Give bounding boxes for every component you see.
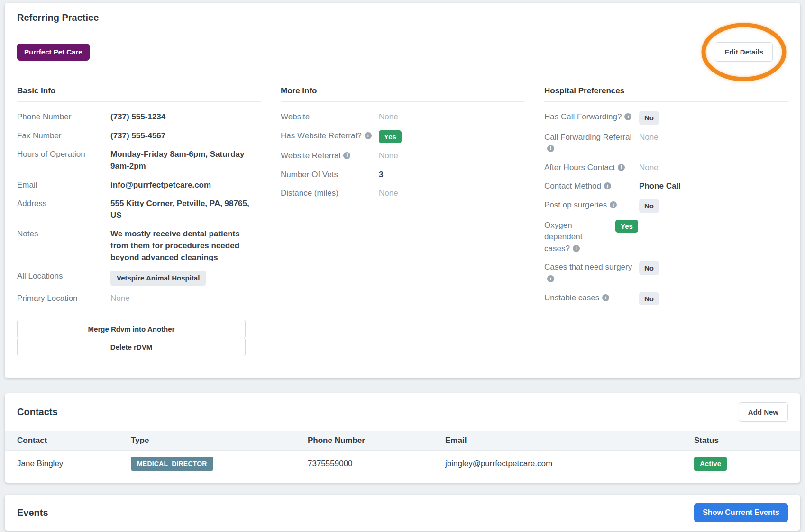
contact-phone-cell: 7375559000: [308, 459, 445, 469]
field-label: Number Of Vets: [281, 169, 379, 181]
column-header-status: Status: [694, 436, 800, 445]
field-value: Phone Call: [639, 180, 681, 192]
contact-type-badge: MEDICAL_DIRECTOR: [131, 457, 213, 471]
field-value: Monday-Friday 8am-6pm, Saturday 9am-2pm: [110, 149, 258, 172]
field-label: Has Call Forwarding?: [544, 112, 622, 121]
edit-details-button[interactable]: Edit Details: [715, 42, 773, 62]
field-label: Notes: [17, 228, 110, 240]
field-value: info@purrfectpetcare.com: [110, 180, 211, 191]
page: Referring Practice Purrfect Pet Care Edi…: [0, 0, 805, 532]
field-label: Contact Method: [544, 181, 601, 190]
info-icon[interactable]: [365, 132, 372, 139]
practice-name-badge: Purrfect Pet Care: [17, 44, 90, 61]
field-label: Call Forwarding Referral: [544, 133, 631, 142]
info-icon[interactable]: [343, 152, 350, 159]
yes-badge: Yes: [615, 220, 638, 233]
field-label: Phone Number: [17, 111, 110, 123]
column-header-contact: Contact: [5, 436, 131, 445]
field-value: None: [110, 293, 130, 305]
info-icon[interactable]: [602, 294, 609, 301]
field-phone-number: Phone Number (737) 555-1234: [17, 111, 261, 123]
field-label: Cases that need surgery: [544, 262, 632, 271]
field-value: None: [379, 188, 398, 199]
field-address: Address 555 Kitty Corner, Petville, PA, …: [17, 198, 261, 221]
events-header: Events Show Current Events: [5, 495, 800, 531]
field-contact-method: Contact Method Phone Call: [544, 180, 788, 192]
field-number-of-vets: Number Of Vets 3: [281, 169, 524, 181]
no-badge: No: [639, 111, 659, 125]
info-icon[interactable]: [624, 113, 631, 120]
field-call-forwarding-referral: Call Forwarding Referral None: [544, 132, 788, 155]
info-icon[interactable]: [573, 245, 580, 252]
field-label: Website: [281, 111, 379, 123]
show-current-events-button[interactable]: Show Current Events: [694, 503, 788, 522]
field-website: Website None: [281, 111, 524, 123]
field-has-website-referral: Has Website Referral? Yes: [281, 130, 524, 144]
field-label: After Hours Contact: [544, 163, 615, 172]
contact-status-badge: Active: [694, 457, 727, 471]
basic-info-heading: Basic Info: [17, 86, 261, 102]
field-website-referral: Website Referral None: [281, 150, 524, 162]
yes-badge: Yes: [379, 130, 402, 144]
field-label: Distance (miles): [281, 188, 379, 199]
field-label: Email: [17, 180, 110, 191]
field-primary-location: Primary Location None: [17, 293, 261, 305]
field-label: Address: [17, 198, 110, 210]
field-value: (737) 555-4567: [110, 130, 165, 142]
field-value: 3: [379, 169, 383, 181]
contacts-table-header: Contact Type Phone Number Email Status: [5, 431, 800, 451]
add-new-contact-button[interactable]: Add New: [739, 402, 788, 422]
more-info-heading: More Info: [281, 86, 524, 102]
field-label: Has Website Referral?: [281, 131, 362, 140]
column-header-phone: Phone Number: [308, 436, 445, 445]
field-value: We mostly receive dental patients from t…: [110, 228, 258, 263]
basic-info-section: Basic Info Phone Number (737) 555-1234 F…: [17, 86, 261, 356]
contacts-title: Contacts: [17, 406, 58, 417]
field-hours-of-operation: Hours of Operation Monday-Friday 8am-6pm…: [17, 149, 261, 172]
referring-practice-header: Referring Practice: [5, 3, 800, 32]
info-icon[interactable]: [618, 164, 625, 171]
events-card: Events Show Current Events: [5, 495, 800, 531]
no-badge: No: [639, 199, 659, 213]
field-label: Hours of Operation: [17, 149, 110, 161]
info-icon[interactable]: [547, 145, 554, 152]
field-value: (737) 555-1234: [110, 111, 165, 123]
field-fax-number: Fax Number (737) 555-4567: [17, 130, 261, 142]
delete-rdvm-button[interactable]: Delete rDVM: [17, 338, 246, 356]
field-post-op-surgeries: Post op surgeries No: [544, 199, 788, 213]
location-pill: Vetspire Animal Hospital: [110, 271, 206, 286]
contact-email-cell: jbingley@purrfectpetcare.com: [445, 459, 694, 469]
more-info-section: More Info Website None Has Website Refer…: [281, 86, 524, 356]
field-value: None: [379, 111, 398, 123]
field-after-hours-contact: After Hours Contact None: [544, 162, 788, 174]
practice-badge-row: Purrfect Pet Care Edit Details: [5, 32, 800, 72]
field-value: None: [639, 132, 659, 144]
field-has-call-forwarding: Has Call Forwarding? No: [544, 111, 788, 125]
hospital-preferences-section: Hospital Preferences Has Call Forwarding…: [544, 86, 788, 356]
field-label: Post op surgeries: [544, 200, 607, 209]
column-header-email: Email: [445, 436, 694, 445]
column-header-type: Type: [131, 436, 308, 445]
contacts-header: Contacts Add New: [5, 393, 800, 431]
field-distance: Distance (miles) None: [281, 188, 524, 199]
no-badge: No: [639, 261, 659, 275]
info-icon[interactable]: [547, 275, 554, 282]
merge-rdvm-button[interactable]: Merge Rdvm into Another: [17, 320, 246, 338]
field-notes: Notes We mostly receive dental patients …: [17, 228, 261, 263]
info-icon[interactable]: [610, 201, 617, 208]
field-email: Email info@purrfectpetcare.com: [17, 180, 261, 191]
field-label: Fax Number: [17, 130, 110, 142]
field-label: Unstable cases: [544, 293, 599, 302]
field-value: 555 Kitty Corner, Petville, PA, 98765, U…: [110, 198, 258, 221]
rdvm-actions: Merge Rdvm into Another Delete rDVM: [17, 320, 246, 356]
field-label: All Locations: [17, 271, 110, 282]
field-label: Primary Location: [17, 293, 110, 305]
info-icon[interactable]: [604, 182, 611, 189]
field-value: None: [639, 162, 659, 174]
field-cases-need-surgery: Cases that need surgery No: [544, 261, 788, 285]
referring-practice-card: Referring Practice Purrfect Pet Care Edi…: [5, 3, 800, 378]
hospital-preferences-heading: Hospital Preferences: [544, 86, 788, 102]
events-title: Events: [17, 507, 48, 518]
contact-table-row[interactable]: Jane Bingley MEDICAL_DIRECTOR 7375559000…: [5, 451, 800, 478]
page-title: Referring Practice: [17, 12, 99, 23]
